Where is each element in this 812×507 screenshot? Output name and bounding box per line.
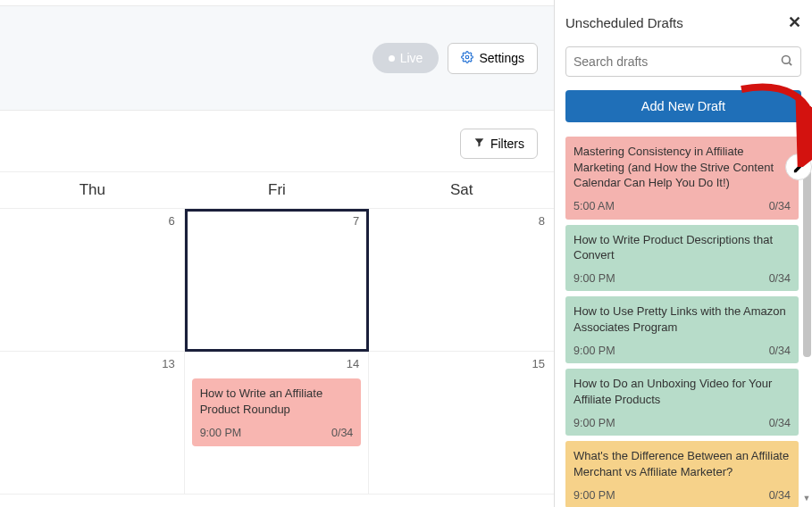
draft-count: 0/34 (769, 416, 791, 431)
calendar-body: 6781314How to Write an Affiliate Product… (0, 209, 554, 495)
gear-icon (461, 51, 473, 66)
drafts-list[interactable]: Mastering Consistency in Affiliate Marke… (565, 137, 801, 507)
calendar-cell[interactable]: 14How to Write an Affiliate Product Roun… (185, 352, 370, 495)
settings-label: Settings (479, 51, 524, 65)
draft-item[interactable]: Mastering Consistency in Affiliate Marke… (565, 137, 799, 220)
day-number: 15 (532, 357, 545, 370)
scrollbar-thumb[interactable] (803, 170, 811, 357)
funnel-icon (473, 137, 485, 151)
draft-count: 0/34 (769, 271, 791, 287)
calendar-cell[interactable]: 7 (185, 209, 370, 352)
day-number: 6 (168, 214, 174, 228)
edit-draft-button[interactable] (785, 154, 812, 180)
day-number: 14 (347, 357, 359, 370)
draft-time: 5:00 AM (573, 199, 615, 214)
svg-point-0 (466, 55, 470, 59)
draft-title: How to Use Pretty Links with the Amazon … (573, 303, 791, 335)
event-count: 0/34 (331, 426, 353, 441)
live-label: Live (400, 51, 423, 65)
draft-count: 0/34 (769, 344, 791, 359)
calendar-cell[interactable]: 15 (369, 352, 554, 495)
draft-item[interactable]: How to Use Pretty Links with the Amazon … (565, 296, 799, 363)
search-wrap[interactable] (565, 46, 801, 77)
event-time: 9:00 PM (200, 426, 242, 441)
add-new-draft-button[interactable]: Add New Draft (565, 90, 801, 122)
draft-time: 9:00 PM (573, 488, 615, 503)
top-bar: Live Settings (0, 5, 554, 111)
day-header: Fri (185, 172, 370, 208)
draft-time: 9:00 PM (573, 271, 615, 287)
draft-time: 9:00 PM (573, 416, 615, 431)
calendar-head: Thu Fri Sat (0, 172, 554, 209)
day-number: 7 (353, 214, 359, 228)
sidebar-header: Unscheduled Drafts ✕ (565, 12, 801, 32)
calendar: Thu Fri Sat 6781314How to Write an Affil… (0, 171, 554, 507)
draft-title: How to Write Product Descriptions that C… (573, 232, 791, 263)
calendar-cell[interactable]: 6 (0, 209, 185, 352)
draft-title: Mastering Consistency in Affiliate Marke… (573, 144, 791, 191)
svg-point-1 (783, 56, 791, 64)
calendar-cell[interactable]: 8 (369, 209, 554, 352)
draft-count: 0/34 (769, 488, 791, 503)
live-button[interactable]: Live (373, 43, 439, 73)
scroll-down-icon[interactable]: ▼ (801, 494, 812, 503)
draft-count: 0/34 (769, 199, 791, 214)
calendar-event[interactable]: How to Write an Affiliate Product Roundu… (192, 378, 362, 446)
filters-button[interactable]: Filters (460, 129, 538, 159)
search-icon[interactable] (780, 54, 793, 70)
sidebar-title: Unscheduled Drafts (565, 15, 683, 30)
event-title: How to Write an Affiliate Product Roundu… (200, 386, 354, 417)
draft-item[interactable]: How to Do an Unboxing Video for Your Aff… (565, 369, 799, 436)
draft-item[interactable]: How to Write Product Descriptions that C… (565, 225, 799, 292)
calendar-cell[interactable]: 13 (0, 352, 185, 495)
draft-item[interactable]: What's the Difference Between an Affilia… (565, 441, 799, 507)
filters-label: Filters (490, 137, 524, 151)
settings-button[interactable]: Settings (448, 43, 538, 74)
day-number: 13 (162, 357, 174, 370)
draft-title: What's the Difference Between an Affilia… (573, 448, 791, 479)
day-header: Sat (369, 172, 554, 208)
close-icon[interactable]: ✕ (788, 12, 801, 32)
draft-time: 9:00 PM (573, 344, 615, 359)
main-area: Live Settings Filters Thu Fri Sat 678131… (0, 0, 555, 507)
day-number: 8 (539, 214, 545, 228)
draft-title: How to Do an Unboxing Video for Your Aff… (573, 376, 791, 407)
filter-row: Filters (0, 111, 554, 171)
search-input[interactable] (573, 54, 780, 69)
sidebar: Unscheduled Drafts ✕ Add New Draft Maste… (555, 0, 812, 507)
live-dot-icon (389, 55, 395, 62)
day-header: Thu (0, 172, 185, 208)
